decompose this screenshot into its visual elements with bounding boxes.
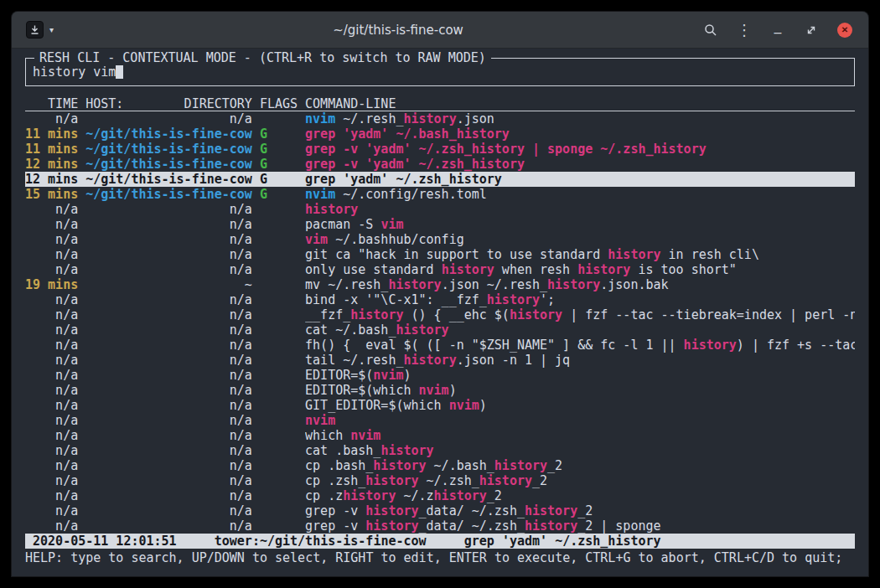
history-row[interactable]: n/an/apacman -S vim	[25, 217, 855, 232]
row-flags: G	[260, 126, 298, 142]
row-command: grep 'yadm' ~/.zsh_history	[305, 172, 855, 187]
search-box[interactable]: RESH CLI - CONTEXTUAL MODE - (CTRL+R to …	[25, 58, 855, 86]
row-time: n/a	[25, 398, 78, 413]
row-command: vim ~/.bashhub/config	[305, 232, 855, 247]
row-directory: n/a	[85, 217, 252, 232]
row-command: only use standard history when resh hist…	[305, 262, 855, 277]
row-directory: ~/git/this-is-fine-cow	[85, 187, 252, 202]
cmd-segment: _2 | sponge	[577, 518, 660, 534]
header-directory: DIRECTORY	[184, 96, 252, 111]
terminal-content: RESH CLI - CONTEXTUAL MODE - (CTRL+R to …	[12, 49, 868, 576]
history-row[interactable]: n/an/acp .zhistory ~/.zhistory_2	[25, 488, 855, 503]
history-row[interactable]: n/an/atail ~/.resh_history.json -n 1 | j…	[25, 353, 855, 368]
search-button[interactable]	[699, 18, 722, 42]
minimize-button[interactable]: –	[766, 18, 789, 42]
header-flags: FLAGS	[260, 96, 298, 111]
new-tab-button[interactable]: ▾	[23, 18, 56, 41]
history-row[interactable]: n/an/acp .zsh_history ~/.zsh_history_2	[25, 473, 855, 488]
row-command: nvim	[305, 413, 855, 428]
history-row[interactable]: n/an/aEDITOR=$(which nvim)	[25, 383, 855, 398]
row-command: cp .bash_history ~/.bash_history_2	[305, 458, 855, 473]
close-button[interactable]: ✕	[833, 18, 857, 42]
history-row[interactable]: n/an/aEDITOR=$(nvim)	[25, 368, 855, 383]
row-directory: n/a	[85, 202, 252, 217]
cmd-segment: history	[396, 322, 448, 338]
menu-button[interactable]: ⋮	[732, 18, 756, 42]
history-row[interactable]: n/an/abind -x '"\C-x1": __fzf_history';	[25, 292, 855, 307]
cmd-segment: cat .bash_	[305, 443, 380, 458]
row-flags: G	[260, 172, 298, 187]
history-row[interactable]: 15 mins~/git/this-is-fine-cowGnvim ~/.co…	[25, 187, 855, 202]
titlebar: ▾ ~/git/this-is-fine-cow ⋮ –	[12, 12, 868, 49]
history-row[interactable]: n/an/awhich nvim	[25, 428, 855, 443]
cmd-segment: grep -v	[305, 518, 365, 534]
row-directory: n/a	[85, 247, 252, 262]
row-flags	[260, 458, 298, 473]
row-directory: n/a	[85, 111, 252, 126]
row-command: which nvim	[305, 428, 855, 443]
row-time: n/a	[25, 413, 78, 428]
cmd-segment: nvim	[305, 187, 335, 202]
row-time: n/a	[25, 232, 78, 247]
history-row-selected[interactable]: 12 mins~/git/this-is-fine-cowGgrep 'yadm…	[25, 172, 855, 187]
row-directory: n/a	[85, 503, 252, 518]
history-row[interactable]: n/an/avim ~/.bashhub/config	[25, 232, 855, 247]
row-flags	[260, 518, 298, 534]
row-time: n/a	[25, 473, 78, 488]
row-directory: n/a	[85, 413, 252, 428]
cmd-segment: history	[403, 353, 456, 368]
row-command: GIT_EDITOR=$(which nvim)	[305, 398, 855, 413]
cmd-segment: pacman -S	[305, 217, 380, 232]
cmd-segment: | fzf --tac --tiebreak=index | perl -ne	[562, 307, 855, 322]
cmd-segment: .json ~/.resh_	[442, 277, 547, 292]
cmd-segment: cp .zsh_	[305, 473, 365, 488]
cmd-segment: cat ~/.bash_	[305, 322, 396, 338]
cmd-segment: fh() { eval $( ([ -n "$ZSH_NAME" ] && fc…	[305, 338, 684, 353]
cmd-segment: in resh cli\	[661, 247, 759, 262]
history-row[interactable]: n/an/acat .bash_history	[25, 443, 855, 458]
terminal-window: ▾ ~/git/this-is-fine-cow ⋮ –	[12, 12, 868, 576]
cmd-segment: cp .z	[305, 488, 343, 503]
history-row[interactable]: 11 mins~/git/this-is-fine-cowGgrep 'yadm…	[25, 126, 855, 142]
restore-button[interactable]	[800, 18, 823, 42]
cmd-segment: nvim	[305, 111, 335, 126]
row-directory: n/a	[85, 232, 252, 247]
cmd-segment: mv ~/.resh_	[305, 277, 388, 292]
history-row[interactable]: n/an/agrep -v history_data/ ~/.zsh_histo…	[25, 503, 855, 518]
restore-icon	[805, 24, 817, 36]
row-time: n/a	[25, 292, 78, 307]
row-flags: G	[260, 142, 298, 157]
row-command: cat .bash_history	[305, 443, 855, 458]
history-row[interactable]: n/an/aGIT_EDITOR=$(which nvim)	[25, 398, 855, 413]
cmd-segment: _data/ ~/.zsh_	[419, 518, 525, 534]
row-time: n/a	[25, 307, 78, 322]
row-command: grep -v history_data/ ~/.zsh_history_2	[305, 503, 855, 518]
history-row[interactable]: 19 mins~mv ~/.resh_history.json ~/.resh_…	[25, 277, 855, 292]
history-row[interactable]: n/an/anvim ~/.resh_history.json	[25, 111, 855, 126]
close-icon: ✕	[837, 23, 852, 38]
cmd-segment: ) | fzf +s --tac	[737, 338, 855, 353]
history-row[interactable]: n/an/afh() { eval $( ([ -n "$ZSH_NAME" ]…	[25, 338, 855, 353]
cmd-segment: history	[510, 307, 562, 322]
cmd-segment: history	[365, 473, 418, 488]
history-row[interactable]: 11 mins~/git/this-is-fine-cowGgrep -v 'y…	[25, 142, 855, 157]
search-box-label: RESH CLI - CONTEXTUAL MODE - (CTRL+R to …	[34, 50, 491, 65]
search-input[interactable]: history vim	[33, 64, 123, 80]
history-row[interactable]: n/an/acat ~/.bash_history	[25, 322, 855, 338]
row-time: n/a	[25, 488, 78, 503]
cmd-segment: grep 'yadm' ~/.zsh_history	[305, 172, 502, 187]
row-time: n/a	[25, 322, 78, 338]
history-row[interactable]: 12 mins~/git/this-is-fine-cowGgrep -v 'y…	[25, 157, 855, 172]
status-location: tower:~/git/this-is-fine-cow	[215, 534, 427, 549]
row-directory: n/a	[85, 428, 252, 443]
history-row[interactable]: n/an/agrep -v history_data/ ~/.zsh_histo…	[25, 518, 855, 534]
history-row[interactable]: n/an/agit ca "hack in support to use sta…	[25, 247, 855, 262]
history-row[interactable]: n/an/aonly use standard history when res…	[25, 262, 855, 277]
history-row[interactable]: n/an/acp .bash_history ~/.bash_history_2	[25, 458, 855, 473]
history-row[interactable]: n/an/a__fzf_history () { __ehc $(history…	[25, 307, 855, 322]
search-icon	[704, 23, 717, 37]
row-time: 12 mins	[25, 157, 78, 172]
history-row[interactable]: n/an/anvim	[25, 413, 855, 428]
cmd-segment: nvim	[350, 428, 380, 443]
history-row[interactable]: n/an/ahistory	[25, 202, 855, 217]
